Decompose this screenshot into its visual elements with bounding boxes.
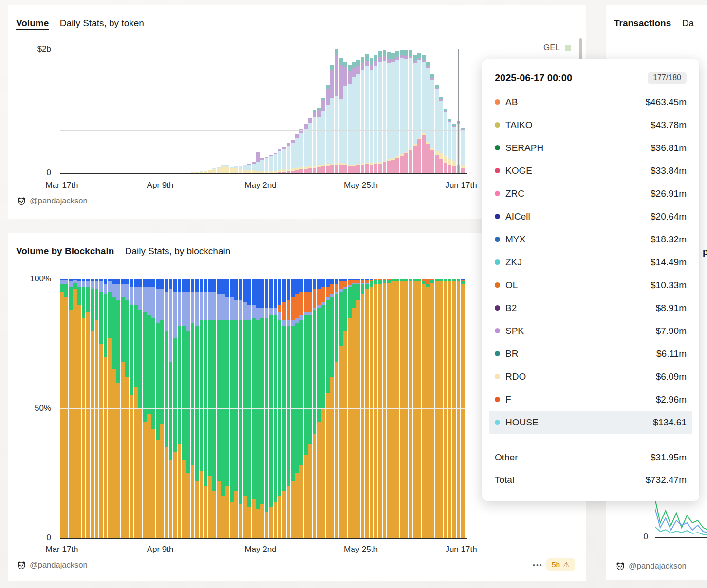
bar-day-80[interactable] bbox=[409, 50, 412, 173]
bar-day-86[interactable] bbox=[435, 85, 439, 173]
bar-day-73[interactable] bbox=[378, 51, 382, 173]
bar-day-76[interactable] bbox=[391, 53, 395, 173]
bar-day-40[interactable] bbox=[234, 166, 238, 173]
bar-day-77[interactable] bbox=[395, 51, 399, 173]
token-value: $7.90m bbox=[656, 326, 687, 336]
bar-day-57[interactable] bbox=[308, 118, 312, 173]
segment-cyan-tokens bbox=[461, 130, 465, 165]
bar-day-75[interactable] bbox=[387, 52, 391, 173]
transactions-line-chart[interactable] bbox=[655, 496, 707, 537]
segment-orange-chain bbox=[335, 284, 338, 292]
bar-day-90[interactable] bbox=[452, 124, 456, 173]
bar-day-88[interactable] bbox=[444, 109, 447, 173]
segment-cream-tokens bbox=[212, 169, 216, 173]
bar-day-56[interactable] bbox=[304, 124, 308, 173]
bar-day-42[interactable] bbox=[243, 165, 247, 173]
bar-day-87[interactable] bbox=[439, 97, 443, 173]
volume-stacked-bar-chart[interactable] bbox=[60, 49, 465, 173]
bar-day-37[interactable] bbox=[221, 165, 225, 173]
segment-cream-tokens bbox=[439, 153, 443, 159]
segment-pink-tokens bbox=[356, 165, 360, 173]
bar-day-72[interactable] bbox=[374, 55, 378, 173]
bar-day-47[interactable] bbox=[265, 157, 269, 173]
bar-day-44[interactable] bbox=[252, 162, 256, 173]
transactions-attribution-handle[interactable]: @pandajackson bbox=[629, 561, 687, 570]
staleness-badge[interactable]: 5h ⚠ bbox=[546, 558, 575, 571]
blockchain-attribution-handle[interactable]: @pandajackson bbox=[30, 560, 88, 570]
segment-periwinkle-chain bbox=[191, 292, 195, 323]
bar-day-64[interactable] bbox=[339, 58, 343, 173]
segment-amber-chain bbox=[295, 473, 299, 538]
bar-day-81[interactable] bbox=[413, 55, 417, 173]
segment-amber-chain bbox=[422, 284, 426, 538]
segment-green-chain bbox=[195, 326, 199, 481]
bar-day-62[interactable] bbox=[330, 65, 334, 173]
bar-day-67[interactable] bbox=[352, 62, 356, 173]
legend-scrollbar-thumb[interactable] bbox=[579, 38, 582, 61]
bar-day-35[interactable] bbox=[212, 168, 216, 173]
bar-day-69[interactable] bbox=[361, 57, 365, 173]
bar-day-92[interactable] bbox=[461, 128, 465, 173]
bar-day-51[interactable] bbox=[282, 147, 286, 173]
volume-panel-title[interactable]: Volume bbox=[16, 18, 49, 28]
bar-day-65[interactable] bbox=[343, 62, 347, 173]
bar-day-89[interactable] bbox=[448, 119, 452, 173]
tx-x-axis-line bbox=[655, 537, 707, 538]
bar-day-74[interactable] bbox=[383, 50, 387, 173]
bar-day-48[interactable] bbox=[269, 155, 273, 173]
blockchain-attribution: @pandajackson bbox=[17, 560, 88, 570]
bar-day-43[interactable] bbox=[247, 164, 251, 173]
bar-day-46[interactable] bbox=[260, 158, 264, 173]
bar-day-78[interactable] bbox=[400, 50, 404, 173]
blockchain-panel-header: Volume by Blockchain Daily Stats, by blo… bbox=[16, 246, 230, 257]
segment-blue-chain bbox=[247, 279, 251, 305]
segment-amber-chain bbox=[112, 369, 116, 538]
bar-day-34[interactable] bbox=[208, 170, 212, 173]
bar-day-83[interactable] bbox=[422, 55, 426, 174]
segment-blue-chain bbox=[291, 279, 295, 297]
token-color-dot bbox=[495, 214, 500, 219]
bar-day-55[interactable] bbox=[299, 129, 303, 173]
bar-day-54[interactable] bbox=[295, 134, 299, 173]
segment-blue-chain bbox=[208, 279, 212, 292]
bar-day-49[interactable] bbox=[274, 153, 278, 173]
segment-amber-chain bbox=[121, 362, 125, 538]
bar-day-60[interactable] bbox=[321, 98, 325, 174]
segment-periwinkle-chain bbox=[64, 280, 68, 284]
segment-periwinkle-chain bbox=[212, 292, 216, 321]
legend-label-gel[interactable]: GEL bbox=[543, 43, 560, 53]
segment-blue-chain bbox=[287, 279, 291, 300]
bar-day-39[interactable] bbox=[230, 167, 234, 173]
blockchain-panel-title[interactable]: Volume by Blockchain bbox=[16, 246, 114, 256]
bar-day-85[interactable] bbox=[430, 74, 434, 173]
bar-day-59[interactable] bbox=[317, 108, 321, 173]
bar-day-61[interactable] bbox=[326, 85, 330, 173]
segment-amber-chain bbox=[356, 300, 360, 538]
bar-day-58[interactable] bbox=[313, 110, 316, 173]
segment-green-chain bbox=[317, 308, 321, 422]
bar-day-70[interactable] bbox=[365, 54, 369, 173]
bar-day-84[interactable] bbox=[426, 62, 430, 173]
bar-day-52[interactable] bbox=[287, 143, 291, 173]
bar-day-68[interactable] bbox=[356, 60, 360, 173]
bar-day-53[interactable] bbox=[291, 140, 295, 173]
bar-day-45[interactable] bbox=[256, 152, 260, 173]
bar-day-41[interactable] bbox=[239, 166, 242, 173]
bar-day-66[interactable] bbox=[348, 65, 352, 173]
segment-blue-chain bbox=[308, 279, 312, 292]
bar-day-36[interactable] bbox=[217, 167, 221, 173]
segment-pink-tokens bbox=[339, 165, 343, 173]
bar-day-82[interactable] bbox=[417, 53, 421, 173]
panel-menu-button[interactable]: ••• bbox=[533, 561, 543, 569]
volume-attribution-handle[interactable]: @pandajackson bbox=[30, 196, 88, 205]
legend-swatch-gel[interactable] bbox=[565, 45, 571, 51]
transactions-panel-title[interactable]: Transactions bbox=[614, 18, 671, 28]
bar-day-79[interactable] bbox=[404, 50, 408, 173]
segment-green-chain bbox=[378, 280, 382, 284]
bar-day-38[interactable] bbox=[225, 165, 229, 173]
bar-day-50[interactable] bbox=[278, 149, 282, 173]
bar-day-63[interactable] bbox=[335, 49, 338, 173]
blockchain-stacked-bar-chart[interactable] bbox=[60, 279, 465, 538]
bar-day-71[interactable] bbox=[370, 58, 373, 173]
segment-blue-chain bbox=[335, 279, 338, 284]
